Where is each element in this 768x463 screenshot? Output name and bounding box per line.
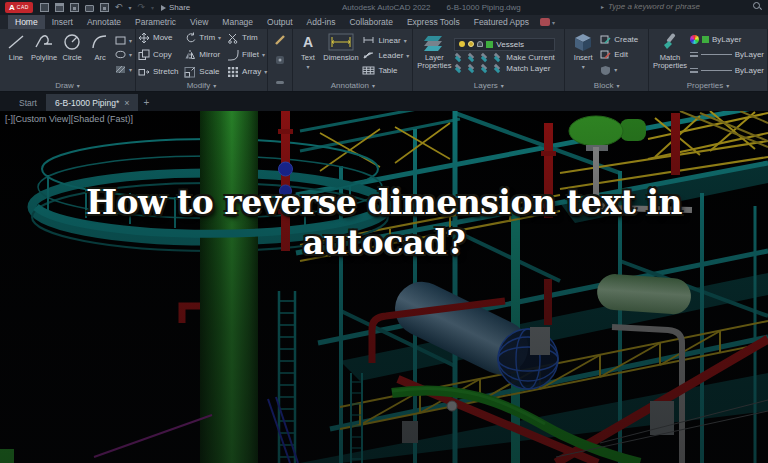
layer-tool-icon[interactable] <box>454 64 465 73</box>
panel-label-modify[interactable]: Modify <box>136 80 267 91</box>
text-button[interactable]: A Text <box>296 31 319 79</box>
mirror-button[interactable]: Mirror <box>184 49 221 61</box>
move-button[interactable]: Move <box>138 32 178 44</box>
print-preview-icon[interactable] <box>100 3 109 12</box>
panel-layers: Layer Properties Vessels <box>413 29 565 91</box>
layer-tool-icon[interactable] <box>493 53 504 62</box>
viewport-controls[interactable]: [-][Custom View][Shaded (Fast)] <box>5 114 133 124</box>
linetype-select[interactable]: ByLayer <box>690 66 764 75</box>
layer-tool-icon[interactable] <box>467 64 478 73</box>
ribbon-tab-view[interactable]: View <box>183 15 215 29</box>
panel-block: Insert Create Edit Block <box>565 29 649 91</box>
lineweight-select[interactable]: ByLayer <box>690 50 764 59</box>
insert-block-button[interactable]: Insert <box>568 31 598 79</box>
chevron-down-icon <box>616 81 619 90</box>
chevron-down-icon <box>726 81 729 90</box>
page-title: How to reverse dimension text in autocad… <box>0 183 768 264</box>
layer-tool-icon[interactable] <box>467 53 478 62</box>
edit-block-button[interactable]: Edit <box>600 50 638 59</box>
chevron-down-icon <box>406 51 409 60</box>
chevron-right-icon[interactable]: ▸ <box>601 3 604 10</box>
match-properties-button[interactable]: Match Properties <box>652 31 688 79</box>
chevron-down-icon: ▾ <box>552 19 555 26</box>
ribbon-tab-express-tools[interactable]: Express Tools <box>400 15 467 29</box>
ribbon-tab-featured-apps[interactable]: Featured Apps <box>467 15 536 29</box>
match-layer-button[interactable]: Match Layer <box>506 64 550 73</box>
line-button[interactable]: Line <box>3 31 29 79</box>
panel-label-properties[interactable]: Properties <box>649 79 767 91</box>
open-folder-icon[interactable] <box>55 3 64 12</box>
layer-properties-button[interactable]: Layer Properties <box>416 31 452 79</box>
app-menu-button[interactable]: A CAD <box>5 2 33 13</box>
stretch-button[interactable]: Stretch <box>138 66 178 78</box>
ribbon-options-button[interactable]: ▾ <box>540 15 555 29</box>
fillet-button[interactable]: Fillet <box>227 49 267 61</box>
array-button[interactable]: Array <box>227 66 267 78</box>
panel-label-annotation[interactable]: Annotation <box>293 79 412 91</box>
new-file-icon[interactable] <box>40 3 49 12</box>
linear-dimension-button[interactable]: Linear <box>362 36 409 45</box>
ribbon-tab-annotate[interactable]: Annotate <box>80 15 128 29</box>
insert-block-icon <box>573 31 593 53</box>
layer-tool-icon[interactable] <box>454 53 465 62</box>
share-button[interactable]: Share <box>161 3 190 12</box>
ribbon-tab-home[interactable]: Home <box>8 15 45 29</box>
undo-icon[interactable]: ↶ <box>115 3 123 12</box>
ribbon-tab-parametric[interactable]: Parametric <box>128 15 183 29</box>
layer-tool-icon[interactable] <box>480 53 491 62</box>
layer-select[interactable]: Vessels <box>454 38 554 51</box>
chevron-down-icon <box>306 63 309 71</box>
panel-label-block[interactable]: Block <box>565 79 648 91</box>
ribbon-tab-collaborate[interactable]: Collaborate <box>342 15 399 29</box>
arc-button[interactable]: Arc <box>87 31 113 79</box>
plot-icon[interactable] <box>85 5 94 12</box>
close-tab-icon[interactable] <box>124 98 129 108</box>
explode-button[interactable] <box>274 51 286 69</box>
dimension-button[interactable]: Dimension <box>322 31 361 79</box>
ribbon-options-icon <box>540 18 550 26</box>
chevron-down-icon <box>129 36 132 45</box>
copy-button[interactable]: Copy <box>138 49 178 61</box>
layer-tool-icon[interactable] <box>480 64 491 73</box>
search-input[interactable] <box>608 2 748 11</box>
panel-label-draw[interactable]: Draw <box>0 79 135 91</box>
table-button[interactable]: Table <box>362 66 409 75</box>
save-icon[interactable] <box>70 3 79 12</box>
panel-label-layers[interactable]: Layers <box>413 79 564 91</box>
ellipse-button[interactable] <box>115 50 132 59</box>
autocad-logo-icon: A <box>9 2 15 13</box>
ribbon-tab-output[interactable]: Output <box>260 15 300 29</box>
fade-button[interactable] <box>274 71 286 89</box>
dimension-icon <box>328 31 354 53</box>
app-title: Autodesk AutoCAD 2022 <box>342 3 431 12</box>
search-icon[interactable] <box>752 1 762 11</box>
circle-button[interactable]: Circle <box>59 31 85 79</box>
new-tab-button[interactable] <box>138 94 154 111</box>
rotate-button[interactable]: Trim <box>184 32 221 44</box>
create-block-button[interactable]: Create <box>600 35 638 44</box>
line-icon <box>7 31 25 53</box>
trim-button[interactable]: Trim <box>227 32 267 44</box>
block-attributes-button[interactable] <box>600 65 638 75</box>
redo-icon[interactable]: ↷ <box>137 3 145 12</box>
tab-start[interactable]: Start <box>10 94 46 111</box>
hatch-button[interactable] <box>115 65 132 74</box>
scale-button[interactable]: Scale <box>184 66 221 78</box>
erase-button[interactable] <box>274 31 286 49</box>
drawing-viewport[interactable]: [-][Custom View][Shaded (Fast)] How to r… <box>0 111 768 463</box>
polyline-button[interactable]: Polyline <box>31 31 57 79</box>
object-color-select[interactable]: ByLayer <box>690 35 764 44</box>
ribbon-tab-insert[interactable]: Insert <box>45 15 80 29</box>
ribbon-tab-add-ins[interactable]: Add-ins <box>300 15 343 29</box>
divider <box>701 54 732 55</box>
panel-properties: Match Properties ByLayer ByLayer <box>649 29 768 91</box>
linetype-icon <box>690 68 698 73</box>
rectangle-button[interactable] <box>115 36 132 45</box>
tab-document[interactable]: 6-B-1000 Piping* <box>46 94 139 111</box>
leader-button[interactable]: Leader <box>362 51 409 60</box>
chevron-down-icon[interactable]: ▾ <box>151 4 154 11</box>
make-current-button[interactable]: Make Current <box>506 53 554 62</box>
chevron-down-icon[interactable]: ▾ <box>128 4 131 11</box>
layer-tool-icon[interactable] <box>493 64 504 73</box>
ribbon-tab-manage[interactable]: Manage <box>215 15 260 29</box>
